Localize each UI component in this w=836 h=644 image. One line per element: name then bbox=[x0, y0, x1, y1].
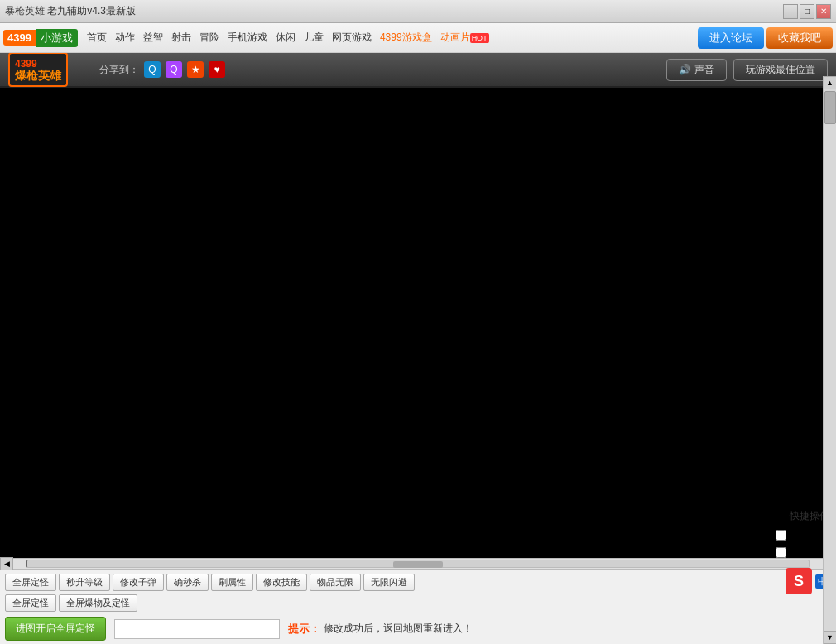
title-controls: — □ ✕ bbox=[783, 4, 831, 19]
hint-input[interactable] bbox=[114, 619, 280, 639]
tab-modify-bullet[interactable]: 修改子弹 bbox=[113, 574, 164, 591]
tab-dodge-unlimited[interactable]: 无限闪避 bbox=[363, 574, 415, 591]
logo-xiaoyouxi: 小游戏 bbox=[36, 29, 78, 47]
hot-badge: HOT bbox=[470, 33, 489, 43]
tab-level-up[interactable]: 秒升等级 bbox=[59, 574, 110, 591]
enter-fullscreen-button[interactable]: 进图开启全屏定怪 bbox=[5, 617, 106, 641]
tab-fullscreen-mob[interactable]: 全屏定怪 bbox=[5, 574, 56, 591]
sound-button[interactable]: 🔊 声音 bbox=[666, 59, 727, 81]
tab-item-unlimited[interactable]: 物品无限 bbox=[310, 574, 361, 591]
tab-modify-skill[interactable]: 修改技能 bbox=[256, 574, 307, 591]
nav-animation[interactable]: 动画片HOT bbox=[440, 31, 489, 45]
refresh-game-checkbox[interactable] bbox=[776, 530, 786, 541]
bestpos-button[interactable]: 玩游戏最佳位置 bbox=[733, 59, 828, 81]
tab-fs-mob2[interactable]: 全屏定怪 bbox=[5, 594, 56, 612]
nav-children[interactable]: 儿童 bbox=[304, 31, 324, 45]
v-scrollbar[interactable]: ▲ ▼ bbox=[823, 76, 836, 644]
refresh-white-checkbox[interactable] bbox=[776, 547, 786, 558]
s-icon: S bbox=[786, 568, 812, 594]
nav-web-game[interactable]: 网页游戏 bbox=[332, 31, 372, 45]
v-scroll-thumb[interactable] bbox=[824, 91, 836, 124]
logo-4399: 4399 bbox=[3, 30, 36, 46]
tab-row-1: 全屏定怪 秒升等级 修改子弹 确秒杀 刷属性 修改技能 物品无限 无限闪避 bbox=[5, 574, 831, 591]
game-header: 4399 爆枪英雄 分享到： Q Q ★ ♥ 🔊 声音 玩游戏最佳位置 bbox=[0, 53, 836, 88]
title-bar: 暴枪英雄 老九辅助v4.3最新版 — □ ✕ bbox=[0, 0, 836, 23]
maximize-button[interactable]: □ bbox=[800, 4, 814, 19]
refresh-game-row: 刷新游戏 bbox=[776, 528, 829, 542]
bottom-panel: 全屏定怪 秒升等级 修改子弹 确秒杀 刷属性 修改技能 物品无限 无限闪避 全屏… bbox=[0, 570, 836, 644]
tab-onesec-kill[interactable]: 确秒杀 bbox=[166, 574, 209, 591]
scroll-down-button[interactable]: ▼ bbox=[824, 631, 837, 644]
nav-adventure[interactable]: 冒险 bbox=[199, 31, 219, 45]
sound-icon: 🔊 bbox=[679, 64, 691, 75]
nav-game-box[interactable]: 4399游戏盒 bbox=[380, 31, 432, 45]
content-area: 4399 爆枪英雄 分享到： Q Q ★ ♥ 🔊 声音 玩游戏最佳位置 bbox=[0, 53, 836, 644]
nav-mobile[interactable]: 手机游戏 bbox=[228, 31, 267, 45]
title-text: 暴枪英雄 老九辅助v4.3最新版 bbox=[5, 4, 136, 18]
nav-casual[interactable]: 休闲 bbox=[276, 31, 295, 45]
v-scroll-track[interactable] bbox=[824, 89, 836, 631]
quick-ops-items: 刷新游戏 刷新白屏 bbox=[776, 528, 829, 560]
collect-button[interactable]: 收藏我吧 bbox=[766, 27, 833, 49]
browser-window: 4399 小游戏 首页 动作 益智 射击 冒险 手机游戏 休闲 儿童 网页游戏 … bbox=[0, 23, 836, 644]
header-controls: 🔊 声音 玩游戏最佳位置 bbox=[666, 59, 828, 81]
refresh-white-row: 刷新白屏 bbox=[776, 545, 829, 560]
nav-action[interactable]: 动作 bbox=[115, 31, 135, 45]
logo-area: 4399 小游戏 bbox=[3, 29, 78, 47]
hint-label: 提示： bbox=[288, 622, 320, 637]
share-area: 分享到： Q Q ★ ♥ bbox=[99, 61, 225, 78]
game-canvas bbox=[0, 88, 836, 558]
tab-attr[interactable]: 刷属性 bbox=[211, 574, 253, 591]
minimize-button[interactable]: — bbox=[783, 4, 798, 19]
scroll-track[interactable] bbox=[26, 560, 810, 568]
hint-text: 修改成功后，返回地图重新进入！ bbox=[324, 622, 473, 636]
nav-links: 首页 动作 益智 射击 冒险 手机游戏 休闲 儿童 网页游戏 4399游戏盒 动… bbox=[87, 31, 489, 45]
close-button[interactable]: ✕ bbox=[816, 4, 831, 19]
action-row: 进图开启全屏定怪 提示： 修改成功后，返回地图重新进入！ bbox=[5, 617, 831, 641]
scroll-left-button[interactable]: ◀ bbox=[0, 557, 13, 570]
share-qzone-icon[interactable]: Q bbox=[166, 61, 182, 78]
game-logo: 4399 爆枪英雄 bbox=[8, 53, 68, 87]
right-panel: 快捷操作 刷新游戏 刷新白屏 S 中 bbox=[776, 509, 829, 594]
hint-area: 提示： 修改成功后，返回地图重新进入！ bbox=[288, 622, 473, 637]
share-label: 分享到： bbox=[99, 63, 139, 77]
share-star-icon[interactable]: ★ bbox=[187, 61, 204, 78]
forum-button[interactable]: 进入论坛 bbox=[698, 27, 764, 49]
share-qq-icon[interactable]: Q bbox=[144, 61, 161, 78]
tab-row-2: 全屏定怪 全屏爆物及定怪 bbox=[5, 594, 831, 612]
nav-home[interactable]: 首页 bbox=[87, 31, 107, 45]
share-red-icon[interactable]: ♥ bbox=[209, 61, 225, 78]
nav-bar: 4399 小游戏 首页 动作 益智 射击 冒险 手机游戏 休闲 儿童 网页游戏 … bbox=[0, 23, 836, 53]
scroll-thumb[interactable] bbox=[393, 561, 443, 568]
game-logo-area: 4399 爆枪英雄 分享到： Q Q ★ ♥ bbox=[8, 53, 225, 87]
scroll-up-button[interactable]: ▲ bbox=[824, 76, 837, 89]
h-scrollbar[interactable]: ◀ ▶ bbox=[0, 558, 836, 570]
nav-shoot[interactable]: 射击 bbox=[171, 31, 191, 45]
nav-puzzle[interactable]: 益智 bbox=[143, 31, 163, 45]
tab-fs-mob-item[interactable]: 全屏爆物及定怪 bbox=[59, 594, 137, 612]
